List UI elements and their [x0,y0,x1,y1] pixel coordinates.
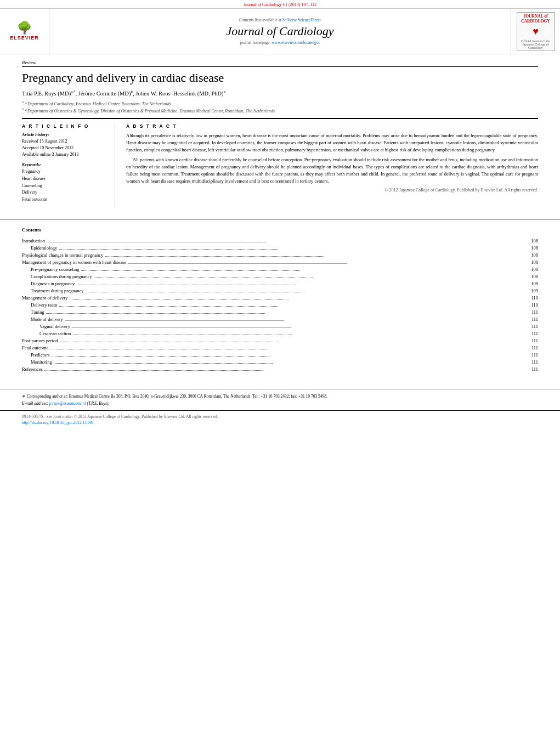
toc-dots: ........................................… [81,267,525,272]
homepage-url[interactable]: www.elsevier.com/locate/jjcc [271,40,320,45]
doi-link[interactable]: http://dx.doi.org/10.1016/j.jjcc.2012.11… [22,420,94,425]
toc-dots: ........................................… [72,331,525,336]
toc-row: Timing..................................… [22,308,538,315]
toc-dots: ........................................… [44,367,525,372]
banner-center: Contents lists available at SciVerse Sci… [49,9,511,54]
toc-page-number: 110 [527,302,538,308]
citation-text: Journal of Cardiology 61 (2013) 107–112 [244,2,316,7]
toc-page-number: 111 [527,366,538,372]
toc-dots: ........................................… [70,296,525,301]
abstract-paragraph-1: Although its prevalence is relatively lo… [126,132,538,153]
toc-page-number: 111 [527,345,538,350]
toc-item-label: Cesarean section [39,331,71,336]
toc-dots: ........................................… [85,289,525,293]
keywords-label: Keywords: [22,162,108,167]
toc-row: Post-partum period......................… [22,337,538,344]
toc-item-label: Fetal outcome [22,345,48,350]
toc-row: Vaginal delivery........................… [22,323,538,330]
toc-item-label: Management of pregnancy in women with he… [22,259,126,265]
sciverse-prefix: Contents lists available at [239,18,281,22]
keyword-fetal-outcome: Fetal outcome [22,196,108,203]
journal-banner: 🌳 ELSEVIER Contents lists available at S… [0,8,560,54]
sciverse-link[interactable]: SciVerse ScienceDirect [282,18,321,22]
toc-page-number: 108 [527,259,538,265]
footnote-area: ∗ Corresponding author at: Erasmus Medic… [0,389,560,410]
available-date: Available online 3 January 2013 [22,151,108,158]
toc-page-number: 108 [527,267,538,272]
toc-dots: ........................................… [65,317,525,322]
toc-row: Management of pregnancy in women with he… [22,258,538,265]
keyword-counseling: Counseling [22,183,108,190]
toc-dots: ........................................… [105,253,525,258]
toc-dots: ........................................… [50,346,525,350]
toc-page-number: 111 [527,316,538,322]
toc-page-number: 109 [527,288,538,293]
toc-row: Pre-pregnancy counseling................… [22,265,538,273]
toc-page-number: 109 [527,281,538,286]
journal-homepage-line: journal homepage: www.elsevier.com/locat… [240,40,320,45]
toc-row: Delivery team...........................… [22,301,538,308]
toc-page-number: 111 [527,324,538,329]
toc-item-label: References [22,366,43,372]
toc-item-label: Diagnosis in pregnancy [31,281,75,286]
elsevier-logo-area: 🌳 ELSEVIER [0,9,49,54]
toc-dots: ........................................… [59,246,525,251]
abstract-paragraph-2: All patients with known cardiac disease … [126,156,538,184]
toc-dots: ........................................… [59,303,525,308]
affiliation-a: a ᵃ Department of Cardiology, Erasmus Me… [22,100,538,108]
toc-item-label: Treatment during pregnancy [31,288,83,293]
toc-page-number: 108 [527,274,538,279]
keywords-section: Keywords: Pregnancy Heart disease Counse… [22,162,108,203]
article-title: Pregnancy and delivery in cardiac diseas… [22,70,538,86]
article-info-column: A R T I C L E I N F O Article history: R… [22,123,115,208]
article-info-title: A R T I C L E I N F O [22,123,108,129]
toc-item-label: Introduction [22,238,45,244]
toc-page-number: 111 [527,352,538,358]
keyword-delivery: Delivery [22,189,108,196]
toc-item-label: Post-partum period [22,338,58,343]
page: Journal of Cardiology 61 (2013) 107–112 … [0,0,560,741]
affiliations: a ᵃ Department of Cardiology, Erasmus Me… [22,100,538,115]
toc-item-label: Pre-pregnancy counseling [31,267,80,272]
toc-page-number: 108 [527,238,538,244]
corresponding-footnote: ∗ Corresponding author at: Erasmus Medic… [22,394,538,400]
toc-row: Epidemiology............................… [22,244,538,251]
toc-item-label: Timing [31,309,44,315]
toc-dots: ........................................… [128,260,525,265]
keyword-pregnancy: Pregnancy [22,168,108,176]
toc-dots: ........................................… [93,274,525,279]
elsevier-name: ELSEVIER [10,35,39,41]
toc-dots: ........................................… [46,310,525,315]
two-column-layout: A R T I C L E I N F O Article history: R… [22,118,538,208]
toc-row: Management of delivery..................… [22,294,538,301]
journal-logo-box: JOURNAL ofCARDIOLOGY ♥ Official Journal … [517,12,555,50]
email-footnote: E-mail address: p.ruys@erasmusmc.nl (T.P… [22,401,538,406]
journal-logo-area: JOURNAL ofCARDIOLOGY ♥ Official Journal … [511,9,560,54]
sciverse-line: Contents lists available at SciVerse Sci… [239,18,321,22]
toc-row: Complications during pregnancy..........… [22,273,538,280]
elsevier-tree-icon: 🌳 [10,22,39,34]
section-divider [0,219,560,219]
heart-icon: ♥ [533,26,539,37]
elsevier-logo: 🌳 ELSEVIER [10,22,39,41]
toc-item-label: Mode of delivery [31,316,63,322]
issn-text: 0914-5087/$ – see front matter © 2012 Ja… [22,414,538,419]
history-label: Article history: [22,132,108,137]
toc-item-label: Epidemiology [31,245,57,251]
bottom-strip: 0914-5087/$ – see front matter © 2012 Ja… [0,410,560,428]
email-link[interactable]: p.ruys@erasmusmc.nl [49,401,86,406]
toc-item-label: Complications during pregnancy [31,274,92,279]
toc-row: Diagnosis in pregnancy..................… [22,280,538,287]
journal-citation-header: Journal of Cardiology 61 (2013) 107–112 [0,0,560,8]
toc-row: Introduction............................… [22,237,538,244]
toc-page-number: 111 [527,338,538,343]
keyword-heart-disease: Heart disease [22,176,108,183]
abstract-body: Although its prevalence is relatively lo… [126,132,538,184]
toc-row: Cesarean section........................… [22,330,538,337]
toc-dots: ........................................… [59,338,525,343]
keywords-list: Pregnancy Heart disease Counseling Deliv… [22,168,108,203]
abstract-copyright: © 2012 Japanese College of Cardiology. P… [126,188,538,193]
toc-page-number: 111 [527,331,538,336]
toc-item-label: Predictors [31,352,49,358]
logo-sub-text: Official Journal of theJapanese College … [521,39,550,49]
